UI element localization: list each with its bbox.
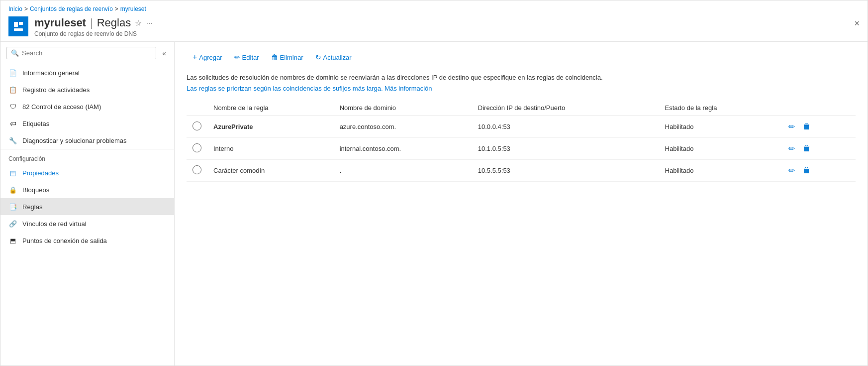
description-line1: Las solicitudes de resolución de nombres… <box>187 73 856 83</box>
header-title-area: myruleset | Reglas ☆ ··· Conjunto de reg… <box>34 16 153 37</box>
breadcrumb-conjuntos[interactable]: Conjuntos de reglas de reenvío <box>30 5 113 12</box>
col-estado-regla: Estado de la regla <box>659 100 780 116</box>
breadcrumb-inicio[interactable]: Inicio <box>8 5 22 12</box>
edit-button[interactable]: ✏ Editar <box>228 50 265 64</box>
col-select <box>187 100 207 116</box>
resource-icon <box>8 16 28 36</box>
radio-button-1[interactable] <box>193 122 201 130</box>
row2-nombre: Interno <box>207 138 334 160</box>
delete-row3-button[interactable]: 🗑 <box>800 165 814 176</box>
table-row: Carácter comodín . 10.5.5.5:53 Habilitad… <box>187 160 856 182</box>
row3-estado: Habilitado <box>659 160 780 182</box>
sidebar-item-etiquetas[interactable]: 🏷 Etiquetas <box>0 115 174 132</box>
refresh-button[interactable]: ↻ Actualizar <box>309 50 358 64</box>
table-row: Interno internal.contoso.com. 10.1.0.5:5… <box>187 138 856 160</box>
exit-icon: ⬒ <box>8 236 17 245</box>
search-icon: 🔍 <box>11 49 19 57</box>
sidebar: 🔍 « 📄 Información general 📋 Registro de … <box>0 42 175 366</box>
row2-estado: Habilitado <box>659 138 780 160</box>
rules-table: Nombre de la regla Nombre de dominio Dir… <box>187 100 856 182</box>
row1-select[interactable] <box>187 116 207 138</box>
sidebar-item-vinculos[interactable]: 🔗 Vínculos de red virtual <box>0 215 174 232</box>
nav-label-diagnosticar: Diagnosticar y solucionar problemas <box>22 137 127 144</box>
search-box: 🔍 <box>6 47 156 59</box>
rules-icon: 📑 <box>8 202 17 211</box>
search-input[interactable] <box>22 49 152 57</box>
edit-row2-button[interactable]: ✏ <box>785 143 798 154</box>
edit-row1-button[interactable]: ✏ <box>785 121 798 132</box>
row2-select[interactable] <box>187 138 207 160</box>
table-header-row: Nombre de la regla Nombre de dominio Dir… <box>187 100 856 116</box>
add-label: Agregar <box>199 54 222 61</box>
edit-label: Editar <box>242 54 259 61</box>
add-button[interactable]: + Agregar <box>187 50 228 65</box>
row1-dominio: azure.contoso.com. <box>334 116 472 138</box>
nav-label-propiedades: Propiedades <box>22 169 59 177</box>
delete-row1-button[interactable]: 🗑 <box>800 121 814 132</box>
nav-label-reglas: Reglas <box>22 203 42 211</box>
row3-dominio: . <box>334 160 472 182</box>
row2-actions: ✏ 🗑 <box>779 138 856 160</box>
row2-dominio: internal.contoso.com. <box>334 138 472 160</box>
row2-ip: 10.1.0.5:53 <box>472 138 659 160</box>
sidebar-item-registro[interactable]: 📋 Registro de actividades <box>0 81 174 98</box>
refresh-label: Actualizar <box>323 54 352 61</box>
description-line2: Las reglas se priorizan según las coinci… <box>187 85 856 92</box>
nav-label-registro: Registro de actividades <box>22 86 90 94</box>
refresh-icon: ↻ <box>315 53 321 61</box>
edit-icon: ✏ <box>234 53 240 61</box>
radio-button-3[interactable] <box>193 165 201 174</box>
favorite-star[interactable]: ☆ <box>135 18 142 28</box>
sidebar-item-diagnosticar[interactable]: 🔧 Diagnosticar y solucionar problemas <box>0 132 174 149</box>
sidebar-item-bloqueos[interactable]: 🔒 Bloqueos <box>0 181 174 198</box>
row3-select[interactable] <box>187 160 207 182</box>
svg-rect-1 <box>19 22 23 25</box>
delete-label: Eliminar <box>280 54 303 61</box>
sidebar-item-iam[interactable]: 🛡 82 Control de acceso (IAM) <box>0 98 174 115</box>
search-area: 🔍 « <box>0 42 174 64</box>
col-nombre-dominio: Nombre de dominio <box>334 100 472 116</box>
resource-type-label: Conjunto de reglas de reenvío de DNS <box>34 30 153 37</box>
nav-label-iam: 82 Control de acceso (IAM) <box>22 103 101 111</box>
nav-label-vinculos: Vínculos de red virtual <box>22 220 87 228</box>
configuracion-section-header: Configuración <box>0 149 174 164</box>
more-options-icon[interactable]: ··· <box>147 19 153 27</box>
more-info-link[interactable]: Más información <box>385 85 432 92</box>
description-line2-text: Las reglas se priorizan según las coinci… <box>187 85 383 92</box>
tag-icon: 🏷 <box>8 119 17 128</box>
nav-label-info-general: Información general <box>22 69 80 77</box>
radio-button-2[interactable] <box>193 143 201 152</box>
row3-nombre: Carácter comodín <box>207 160 334 182</box>
row3-actions: ✏ 🗑 <box>779 160 856 182</box>
main-content: + Agregar ✏ Editar 🗑 Eliminar ↻ Actualiz… <box>175 42 868 366</box>
close-button[interactable]: × <box>854 18 860 29</box>
nav-label-etiquetas: Etiquetas <box>22 120 49 127</box>
col-actions <box>779 100 856 116</box>
svg-rect-2 <box>14 28 23 31</box>
table-row: AzurePrivate azure.contoso.com. 10.0.0.4… <box>187 116 856 138</box>
sidebar-item-info-general[interactable]: 📄 Información general <box>0 64 174 81</box>
page-subtitle: Reglas <box>97 16 131 29</box>
link-icon: 🔗 <box>8 219 17 228</box>
edit-row3-button[interactable]: ✏ <box>785 165 798 176</box>
delete-button[interactable]: 🗑 Eliminar <box>265 50 309 64</box>
col-ip-destino: Dirección IP de destino/Puerto <box>472 100 659 116</box>
row1-actions: ✏ 🗑 <box>779 116 856 138</box>
breadcrumb: Inicio > Conjuntos de reglas de reenvío … <box>0 0 868 14</box>
breadcrumb-sep1: > <box>24 5 28 12</box>
sidebar-item-propiedades[interactable]: ▤ Propiedades <box>0 164 174 181</box>
breadcrumb-sep2: > <box>115 5 118 12</box>
resource-name: myruleset <box>34 16 86 29</box>
sidebar-item-reglas[interactable]: 📑 Reglas <box>0 198 174 215</box>
lock-icon: 🔒 <box>8 185 17 194</box>
row1-ip: 10.0.0.4:53 <box>472 116 659 138</box>
app-container: Inicio > Conjuntos de reglas de reenvío … <box>0 0 868 366</box>
row3-ip: 10.5.5.5:53 <box>472 160 659 182</box>
nav-label-puntos: Puntos de conexión de salida <box>22 237 107 244</box>
sidebar-item-puntos[interactable]: ⬒ Puntos de conexión de salida <box>0 232 174 249</box>
breadcrumb-ruleset[interactable]: myruleset <box>120 5 146 12</box>
nav-label-bloqueos: Bloqueos <box>22 186 49 194</box>
row1-estado: Habilitado <box>659 116 780 138</box>
delete-row2-button[interactable]: 🗑 <box>800 143 814 154</box>
collapse-sidebar-button[interactable]: « <box>160 47 168 59</box>
